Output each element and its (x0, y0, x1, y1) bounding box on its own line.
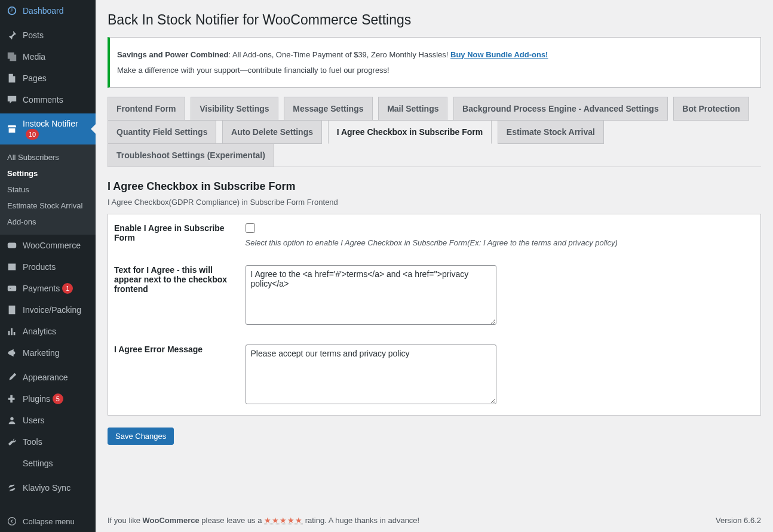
sidebar-item-analytics[interactable]: Analytics (0, 321, 96, 342)
sidebar-item-label: Invoice/Packing (23, 305, 81, 315)
iagree-error-input[interactable] (246, 345, 496, 404)
tab-troubleshoot-settings-experimental[interactable]: Troubleshoot Settings (Experimental) (108, 143, 274, 167)
notification-badge: 5 (53, 393, 63, 404)
sidebar-item-label: Instock Notifier (23, 119, 78, 128)
sidebar-item-comments[interactable]: Comments (0, 89, 96, 110)
sidebar-item-label: Products (23, 262, 56, 272)
sidebar-item-label: Users (23, 415, 45, 426)
main-content: Back In Stock Notifier for WooCommerce S… (96, 0, 773, 532)
collapse-menu-label: Collapse menu (23, 517, 75, 526)
sidebar-item-label: Klaviyo Sync (23, 482, 70, 493)
tab-bot-protection[interactable]: Bot Protection (673, 97, 749, 121)
field-label-enable: Enable I Agree in Subscribe Form (108, 214, 240, 257)
footer-brand: WooCommerce (143, 516, 200, 525)
promo-notice: Savings and Power Combined: All Add-ons,… (108, 37, 761, 88)
settings-icon (6, 457, 18, 469)
sidebar-item-label: Marketing (23, 348, 59, 358)
submenu-instock-notifier: All Subscribers Settings Status Estimate… (0, 144, 96, 235)
sidebar-item-posts[interactable]: Posts (0, 24, 96, 46)
sidebar-item-dashboard[interactable]: Dashboard (0, 0, 96, 21)
sidebar-item-plugins[interactable]: Plugins 5 (0, 388, 96, 410)
field-label-text: Text for I Agree - this will appear next… (108, 256, 240, 336)
sidebar-item-label: Dashboard (23, 5, 64, 16)
save-button[interactable]: Save Changes (108, 428, 174, 445)
sidebar-item-marketing[interactable]: Marketing (0, 342, 96, 364)
sidebar-item-label: Plugins (23, 393, 50, 404)
sync-icon (6, 482, 18, 494)
sidebar-item-label: Pages (23, 73, 47, 84)
payments-icon (6, 282, 18, 294)
svg-point-3 (8, 518, 16, 525)
woocommerce-icon (6, 239, 18, 251)
sidebar-item-label: Media (23, 51, 45, 62)
version-text: Version 6.6.2 (716, 516, 761, 525)
sidebar-item-label: Settings (23, 458, 53, 469)
sidebar-item-klaviyo[interactable]: Klaviyo Sync (0, 477, 96, 499)
submenu-addons[interactable]: Add-ons (0, 214, 96, 230)
sidebar-item-appearance[interactable]: Appearance (0, 367, 96, 388)
tools-icon (6, 436, 18, 448)
sidebar-item-woocommerce[interactable]: WooCommerce (0, 235, 96, 256)
svg-point-2 (10, 417, 13, 420)
submenu-settings[interactable]: Settings (0, 165, 96, 182)
analytics-icon (6, 325, 18, 337)
sidebar-item-settings[interactable]: Settings (0, 453, 96, 474)
media-icon (6, 51, 18, 63)
sidebar-item-label: Comments (23, 94, 63, 105)
footer-mid: please leave us a (200, 516, 264, 525)
sidebar-item-label: Appearance (23, 372, 68, 383)
sidebar-item-invoice[interactable]: Invoice/Packing (0, 299, 96, 321)
notification-badge: 10 (26, 129, 39, 140)
sidebar-item-label: Payments (23, 283, 60, 294)
notice-text: : All Add-ons, One-Time Payment of $39, … (228, 50, 450, 59)
store-icon (6, 123, 18, 135)
iagree-text-input[interactable] (246, 265, 496, 325)
section-title: I Agree Checkbox in Subscribe Form (108, 180, 761, 193)
admin-footer: If you like WooCommerce please leave us … (108, 516, 761, 525)
footer-post: rating. A huge thanks in advance! (303, 516, 419, 525)
tab-auto-delete-settings[interactable]: Auto Delete Settings (222, 120, 322, 144)
sidebar-item-label: Posts (23, 30, 44, 41)
sidebar-item-payments[interactable]: Payments 1 (0, 278, 96, 299)
users-icon (6, 414, 18, 426)
dashboard-icon (6, 5, 18, 17)
sidebar-item-label: Analytics (23, 326, 56, 337)
tab-background-process-engine-advanced-settings[interactable]: Background Process Engine - Advanced Set… (453, 97, 668, 121)
svg-rect-1 (8, 286, 16, 291)
submenu-all-subscribers[interactable]: All Subscribers (0, 149, 96, 165)
notice-line2: Make a difference with your support—cont… (117, 64, 753, 76)
sidebar-item-label: WooCommerce (23, 240, 81, 251)
notification-badge: 1 (62, 283, 73, 294)
footer-pre: If you like (108, 516, 143, 525)
submenu-estimate-stock[interactable]: Estimate Stock Arrival (0, 198, 96, 214)
sidebar-item-instock-notifier[interactable]: Instock Notifier 10 (0, 113, 96, 144)
page-title: Back In Stock Notifier for WooCommerce S… (108, 0, 761, 34)
sidebar-item-users[interactable]: Users (0, 410, 96, 431)
tab-estimate-stock-arrival[interactable]: Estimate Stock Arrival (498, 120, 604, 144)
field-desc-enable: Select this option to enable I Agree Che… (246, 238, 755, 247)
comments-icon (6, 94, 18, 106)
brush-icon (6, 371, 18, 383)
sidebar-item-media[interactable]: Media (0, 46, 96, 67)
tab-visibility-settings[interactable]: Visibility Settings (191, 97, 278, 121)
tab-mail-settings[interactable]: Mail Settings (378, 97, 447, 121)
sidebar-item-products[interactable]: Products (0, 256, 96, 278)
pin-icon (6, 29, 18, 41)
settings-form-table: Enable I Agree in Subscribe Form Select … (108, 214, 761, 416)
pages-icon (6, 72, 18, 84)
section-desc: I Agree Checkbox(GDPR Compliance) in Sub… (108, 198, 761, 207)
sidebar-item-pages[interactable]: Pages (0, 67, 96, 89)
settings-tabs: Frontend Form Visibility Settings Messag… (108, 97, 761, 168)
buy-bundle-link[interactable]: Buy Now Bundle Add-ons! (450, 50, 548, 59)
megaphone-icon (6, 347, 18, 359)
submenu-status[interactable]: Status (0, 182, 96, 198)
enable-iagree-checkbox[interactable] (246, 223, 255, 233)
tab-i-agree-checkbox-in-subscribe-form[interactable]: I Agree Checkbox in Subscribe Form (328, 120, 492, 144)
tab-quantity-field-settings[interactable]: Quantity Field Settings (108, 120, 216, 144)
collapse-menu-button[interactable]: Collapse menu (0, 511, 96, 532)
tab-message-settings[interactable]: Message Settings (284, 97, 372, 121)
svg-rect-0 (8, 243, 16, 248)
sidebar-item-tools[interactable]: Tools (0, 431, 96, 453)
rating-link[interactable]: ★★★★★ (264, 516, 303, 525)
tab-frontend-form[interactable]: Frontend Form (108, 97, 185, 121)
